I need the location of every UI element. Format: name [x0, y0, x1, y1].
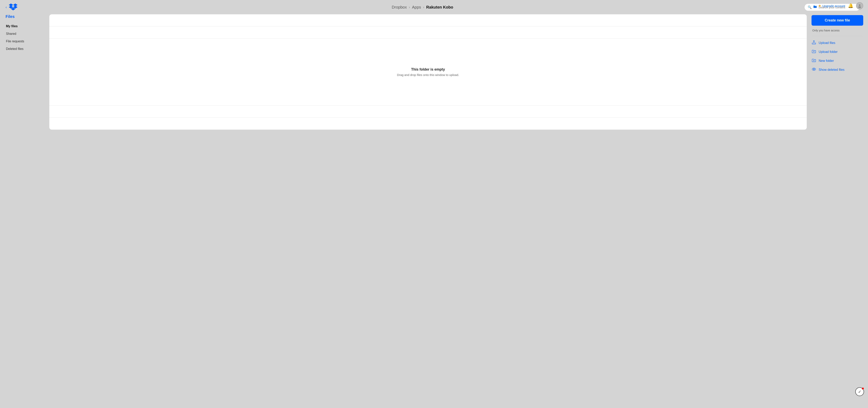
create-new-file-button[interactable]: Create new file	[811, 15, 863, 26]
sidebar-item-file-requests[interactable]: File requests	[5, 38, 44, 45]
new-folder-action[interactable]: New folder	[811, 58, 863, 63]
right-panel: Create new file Only you have access Upl…	[811, 14, 863, 402]
upload-files-action[interactable]: Upload files	[811, 40, 863, 45]
panel-actions: Upload files Upload folder	[811, 40, 863, 72]
red-dot-badge	[862, 387, 864, 390]
file-browser-row-2	[49, 105, 807, 118]
sidebar-toggle-button[interactable]: ‹	[5, 4, 7, 10]
logo-area: ‹	[5, 2, 40, 12]
breadcrumb-apps[interactable]: Apps	[412, 5, 421, 9]
sidebar: Files My files Shared File requests Dele…	[5, 14, 44, 402]
empty-state-subtitle: Drag and drop files onto this window to …	[397, 73, 459, 76]
new-folder-icon	[811, 58, 816, 63]
sidebar-section-title: Files	[5, 14, 44, 19]
file-browser-row-3	[49, 118, 807, 130]
topbar: ‹ Dropbox › Apps › Rakuten Kobo 🔍	[0, 0, 868, 14]
dropbox-logo	[9, 2, 18, 12]
sidebar-item-deleted-files[interactable]: Deleted files	[5, 45, 44, 52]
upload-files-label: Upload files	[819, 41, 835, 45]
sidebar-item-my-files[interactable]: My files	[5, 23, 44, 30]
star-icon: ★	[818, 4, 821, 8]
svg-point-10	[814, 69, 814, 69]
avatar[interactable]	[856, 2, 863, 9]
checkmark-badge[interactable]: ✓	[855, 387, 864, 396]
search-icon: 🔍	[808, 5, 812, 9]
main-layout: Files My files Shared File requests Dele…	[0, 14, 868, 406]
empty-state-title: This folder is empty	[411, 67, 445, 71]
file-browser-header-row	[49, 14, 807, 26]
new-folder-label: New folder	[819, 59, 834, 63]
breadcrumb-current: Rakuten Kobo	[426, 5, 453, 9]
breadcrumb-root[interactable]: Dropbox	[392, 5, 407, 9]
svg-rect-7	[812, 43, 816, 44]
show-deleted-label: Show deleted files	[819, 68, 844, 71]
breadcrumb-area: Dropbox › Apps › Rakuten Kobo	[40, 5, 804, 9]
upload-folder-label: Upload folder	[819, 50, 838, 54]
content-area: This folder is empty Drag and drop files…	[49, 14, 807, 402]
breadcrumb-sep2: ›	[423, 5, 424, 9]
notifications-button[interactable]: 🔔	[847, 2, 855, 9]
sidebar-nav: My files Shared File requests Deleted fi…	[5, 23, 44, 52]
upgrade-account-link[interactable]: ★ Upgrade account	[818, 4, 845, 8]
upgrade-label: Upgrade account	[823, 4, 845, 7]
file-browser: This folder is empty Drag and drop files…	[49, 14, 807, 130]
upload-files-icon	[811, 40, 816, 45]
svg-point-5	[859, 4, 861, 6]
checkmark-icon: ✓	[858, 389, 862, 394]
show-deleted-icon	[811, 67, 816, 72]
file-browser-row-1	[49, 26, 807, 38]
empty-state: This folder is empty Drag and drop files…	[49, 38, 807, 105]
breadcrumb-sep1: ›	[409, 5, 410, 9]
upload-folder-action[interactable]: Upload folder	[811, 49, 863, 55]
access-text: Only you have access	[811, 29, 863, 32]
folder-filter-icon	[813, 5, 817, 9]
upload-folder-icon	[811, 49, 816, 55]
breadcrumb: Dropbox › Apps › Rakuten Kobo	[392, 5, 453, 9]
svg-point-6	[858, 6, 861, 8]
sidebar-item-shared[interactable]: Shared	[5, 30, 44, 37]
topbar-right-actions: ★ Upgrade account 🔔	[818, 2, 863, 9]
show-deleted-files-action[interactable]: Show deleted files	[811, 67, 863, 72]
